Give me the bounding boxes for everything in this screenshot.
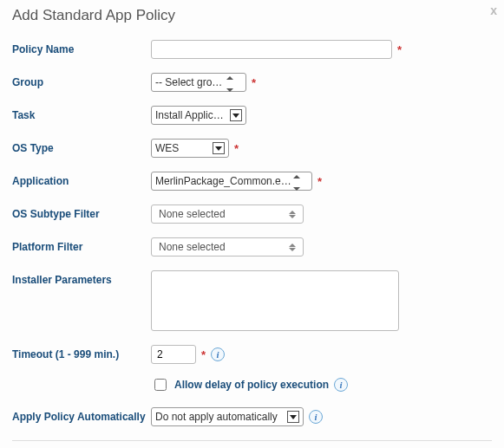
row-platform: Platform Filter None selected bbox=[12, 237, 492, 256]
info-icon[interactable]: i bbox=[334, 378, 348, 392]
task-select[interactable]: Install Application bbox=[151, 106, 246, 125]
row-policy-name: Policy Name * bbox=[12, 40, 492, 59]
svg-marker-2 bbox=[232, 114, 239, 118]
row-application: Application MerlinPackage_Common.exe (Lo… bbox=[12, 172, 492, 191]
os-subtype-select[interactable]: None selected bbox=[151, 205, 304, 224]
timeout-input[interactable] bbox=[151, 345, 196, 364]
info-icon[interactable]: i bbox=[309, 410, 323, 424]
row-allow-delay: Allow delay of policy execution i bbox=[12, 376, 492, 393]
svg-marker-10 bbox=[290, 415, 297, 419]
svg-marker-9 bbox=[289, 248, 296, 251]
chevron-updown-icon bbox=[289, 243, 296, 251]
label-timeout: Timeout (1 - 999 min.) bbox=[12, 345, 151, 360]
required-marker: * bbox=[317, 175, 322, 188]
allow-delay-label: Allow delay of policy execution bbox=[174, 379, 329, 391]
svg-marker-5 bbox=[293, 187, 300, 191]
divider bbox=[12, 440, 492, 441]
label-application: Application bbox=[12, 172, 151, 187]
info-icon[interactable]: i bbox=[211, 347, 225, 361]
chevron-down-icon bbox=[213, 142, 225, 154]
required-marker: * bbox=[252, 76, 256, 89]
label-os-type: OS Type bbox=[12, 139, 151, 154]
label-platform: Platform Filter bbox=[12, 237, 151, 253]
chevron-updown-icon bbox=[226, 70, 242, 94]
label-empty bbox=[12, 376, 151, 380]
label-task: Task bbox=[12, 106, 151, 121]
required-marker: * bbox=[201, 348, 206, 361]
row-os-type: OS Type WES * bbox=[12, 139, 492, 158]
group-select-value: -- Select group -- bbox=[155, 76, 226, 88]
os-type-select-value: WES bbox=[155, 142, 179, 154]
close-icon[interactable]: x bbox=[490, 3, 497, 17]
os-type-select[interactable]: WES bbox=[151, 139, 229, 158]
row-installer-params: Installer Parameters bbox=[12, 270, 492, 331]
application-select-value: MerlinPackage_Common.exe (Loc bbox=[155, 175, 293, 187]
apply-policy-select[interactable]: Do not apply automatically bbox=[151, 407, 304, 426]
required-marker: * bbox=[397, 43, 402, 56]
chevron-updown-icon bbox=[293, 169, 308, 193]
platform-select[interactable]: None selected bbox=[151, 237, 304, 256]
svg-marker-6 bbox=[289, 211, 296, 214]
allow-delay-checkbox[interactable] bbox=[154, 379, 167, 391]
chevron-down-icon bbox=[230, 109, 242, 121]
row-os-subtype: OS Subtype Filter None selected bbox=[12, 205, 492, 224]
installer-params-input[interactable] bbox=[151, 270, 399, 331]
svg-marker-3 bbox=[215, 146, 222, 151]
policy-name-input[interactable] bbox=[151, 40, 392, 59]
label-installer-params: Installer Parameters bbox=[12, 270, 151, 286]
svg-marker-0 bbox=[226, 76, 233, 80]
application-select[interactable]: MerlinPackage_Common.exe (Loc bbox=[151, 172, 312, 191]
label-os-subtype: OS Subtype Filter bbox=[12, 205, 151, 220]
row-timeout: Timeout (1 - 999 min.) * i bbox=[12, 345, 492, 364]
dialog: x Add Standard App Policy Policy Name * … bbox=[0, 0, 504, 448]
label-group: Group bbox=[12, 73, 151, 88]
row-group: Group -- Select group -- * bbox=[12, 73, 492, 92]
task-select-value: Install Application bbox=[155, 109, 226, 121]
required-marker: * bbox=[234, 142, 239, 155]
apply-policy-select-value: Do not apply automatically bbox=[155, 411, 278, 423]
group-select[interactable]: -- Select group -- bbox=[151, 73, 246, 92]
dialog-title: Add Standard App Policy bbox=[12, 7, 492, 24]
svg-marker-8 bbox=[289, 243, 296, 247]
platform-select-value: None selected bbox=[159, 241, 226, 253]
chevron-down-icon bbox=[287, 411, 299, 423]
row-task: Task Install Application bbox=[12, 106, 492, 125]
svg-marker-7 bbox=[289, 215, 296, 218]
label-apply-policy: Apply Policy Automatically bbox=[12, 407, 151, 423]
os-subtype-select-value: None selected bbox=[159, 208, 226, 220]
row-apply-policy: Apply Policy Automatically Do not apply … bbox=[12, 407, 492, 426]
label-policy-name: Policy Name bbox=[12, 40, 151, 55]
svg-marker-1 bbox=[226, 88, 233, 92]
chevron-updown-icon bbox=[289, 211, 296, 218]
svg-marker-4 bbox=[293, 175, 300, 179]
